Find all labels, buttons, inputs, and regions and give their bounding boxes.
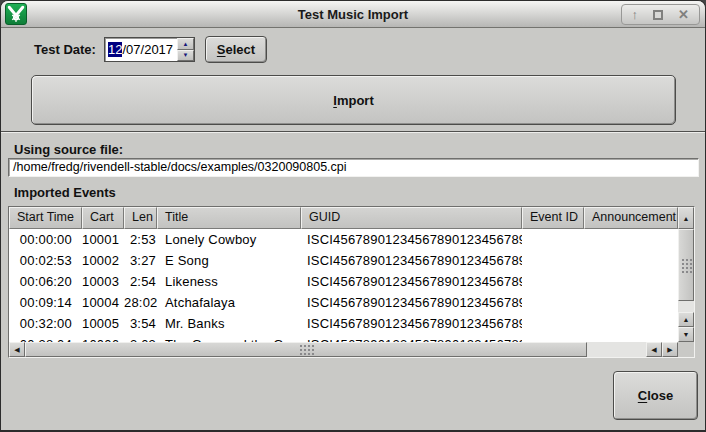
date-selected-segment: 12 (108, 42, 122, 57)
column-header-announcement[interactable]: Announcement (584, 207, 678, 229)
scrollbar-corner (678, 342, 694, 357)
test-date-value[interactable]: 12/07/2017 (105, 38, 177, 61)
table-body: 00:00:00 10001 2:53 Lonely Cowboy ISCI45… (9, 229, 678, 342)
cell-cart: 10006 (82, 334, 124, 342)
cell-len: 3:27 (124, 250, 157, 271)
close-window-icon[interactable]: ✕ (678, 8, 689, 21)
cell-event-id (522, 292, 584, 313)
test-music-import-window: Test Music Import ↑ ✕ Test Date: 12/07/2… (0, 0, 706, 432)
cell-title: Likeness (157, 271, 301, 292)
date-rest-segment: /07/2017 (122, 42, 173, 57)
table-row[interactable]: 00:09:14 10004 28:02 Atchafalaya ISCI456… (9, 292, 678, 313)
table-row[interactable]: 00:06:20 10003 2:54 Likeness ISCI4567890… (9, 271, 678, 292)
vertical-scrollbar[interactable]: ▲ ▲ ▼ (678, 207, 694, 357)
table-row[interactable]: 00:02:53 10002 3:27 E Song ISCI456789012… (9, 250, 678, 271)
cell-guid: ISCI4567890123456789012345678901 (301, 271, 522, 292)
cell-event-id (522, 313, 584, 334)
cell-len: 3:03 (124, 334, 157, 342)
vertical-scrollbar-track[interactable] (678, 301, 694, 312)
cell-title: The Gray and the Green (157, 334, 301, 342)
horizontal-separator (1, 131, 706, 133)
column-header-cart[interactable]: Cart (82, 207, 124, 229)
source-file-label: Using source file: (14, 142, 123, 157)
cell-len: 28:02 (124, 292, 157, 313)
close-button-label: lose (647, 388, 673, 403)
column-header-start-time[interactable]: Start Time (9, 207, 82, 229)
cell-event-id (522, 334, 584, 342)
titlebar[interactable]: Test Music Import ↑ ✕ (1, 1, 705, 28)
cell-guid: ISCI4567890123456789012345678901 (301, 250, 522, 271)
import-button-label: mport (337, 93, 374, 108)
cell-len: 3:54 (124, 313, 157, 334)
select-button-label: elect (226, 42, 256, 57)
cell-title: Mr. Banks (157, 313, 301, 334)
scroll-right-icon[interactable]: ▶ (662, 342, 678, 357)
cell-len: 2:53 (124, 229, 157, 250)
cell-title: E Song (157, 250, 301, 271)
cell-title: Lonely Cowboy (157, 229, 301, 250)
vertical-scrollbar-thumb[interactable] (678, 229, 694, 301)
cell-cart: 10003 (82, 271, 124, 292)
cell-cart: 10001 (82, 229, 124, 250)
select-button-mnemonic: S (217, 42, 226, 57)
horizontal-scrollbar-thumb[interactable] (25, 342, 587, 357)
source-file-path-field[interactable]: /home/fredg/rivendell-stable/docs/exampl… (8, 158, 699, 177)
table-row[interactable]: 00:38:04 10006 3:03 The Gray and the Gre… (9, 334, 678, 342)
imported-events-label: Imported Events (14, 185, 116, 200)
cell-title: Atchafalaya (157, 292, 301, 313)
close-button-mnemonic: C (638, 388, 647, 403)
import-button[interactable]: Import (31, 75, 676, 125)
date-spin-up-icon[interactable]: ▲ (177, 38, 194, 50)
cell-guid: ISCI4567890123456789012345678901 (301, 313, 522, 334)
cell-start-time: 00:38:04 (9, 334, 82, 342)
cell-event-id (522, 250, 584, 271)
horizontal-scrollbar[interactable]: ◀ ◀ ▶ (9, 342, 678, 357)
cell-start-time: 00:06:20 (9, 271, 82, 292)
scroll-down-icon[interactable]: ▼ (678, 327, 694, 342)
column-header-event-id[interactable]: Event ID (522, 207, 584, 229)
scrollbar-grip (682, 259, 691, 272)
table-header-row: Start Time Cart Len Title GUID Event ID … (9, 207, 678, 229)
cell-len: 2:54 (124, 271, 157, 292)
select-date-button[interactable]: Select (205, 36, 267, 63)
horizontal-scrollbar-track[interactable] (587, 342, 646, 357)
scrollbar-grip (300, 345, 313, 354)
cell-start-time: 00:02:53 (9, 250, 82, 271)
cell-cart: 10002 (82, 250, 124, 271)
scroll-up-icon[interactable]: ▲ (678, 312, 694, 327)
window-controls: ↑ ✕ (621, 4, 700, 25)
cell-event-id (522, 229, 584, 250)
cell-cart: 10005 (82, 313, 124, 334)
column-header-title[interactable]: Title (157, 207, 301, 229)
table-row[interactable]: 00:32:00 10005 3:54 Mr. Banks ISCI456789… (9, 313, 678, 334)
column-header-guid[interactable]: GUID (301, 207, 522, 229)
date-spin-down-icon[interactable]: ▼ (177, 50, 194, 62)
cell-guid: ISCI4567890123456789012345678901 (301, 292, 522, 313)
cell-cart: 10004 (82, 292, 124, 313)
scroll-up-icon[interactable]: ▲ (678, 207, 694, 229)
cell-start-time: 00:09:14 (9, 292, 82, 313)
shade-window-icon[interactable]: ↑ (632, 8, 639, 21)
test-date-label: Test Date: (34, 42, 96, 57)
cell-event-id (522, 271, 584, 292)
table-main-area: Start Time Cart Len Title GUID Event ID … (9, 207, 678, 357)
cell-guid: ISCI4567890123456789012345678901 (301, 334, 522, 342)
test-date-spinbox[interactable]: 12/07/2017 ▲ ▼ (104, 37, 195, 62)
table-row[interactable]: 00:00:00 10001 2:53 Lonely Cowboy ISCI45… (9, 229, 678, 250)
scroll-left-icon[interactable]: ◀ (646, 342, 662, 357)
window-title: Test Music Import (1, 7, 705, 22)
imported-events-table: Start Time Cart Len Title GUID Event ID … (8, 206, 695, 358)
close-button[interactable]: Close (613, 371, 698, 420)
maximize-window-icon[interactable] (653, 10, 663, 20)
date-spin-buttons: ▲ ▼ (177, 38, 194, 61)
cell-guid: ISCI4567890123456789012345678901 (301, 229, 522, 250)
cell-start-time: 00:32:00 (9, 313, 82, 334)
scroll-left-icon[interactable]: ◀ (9, 342, 25, 357)
cell-start-time: 00:00:00 (9, 229, 82, 250)
column-header-len[interactable]: Len (124, 207, 157, 229)
